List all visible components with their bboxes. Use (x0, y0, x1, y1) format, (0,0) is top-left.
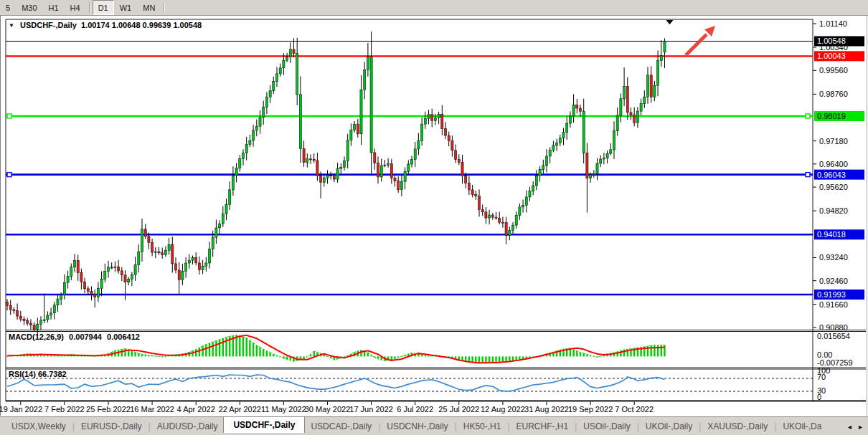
price-tick-label: 0.94820 (819, 206, 848, 215)
candle-body (53, 305, 55, 313)
price-tick-label: 1.01140 (819, 19, 847, 28)
candle-body (495, 217, 497, 218)
date-axis-label: 22 Apr 2022 (219, 405, 261, 414)
candle-body (107, 267, 109, 272)
rsi-label-text: RSI(14) 66.7382 (9, 370, 67, 378)
candle-body (616, 115, 618, 131)
macd-histogram-bar (259, 347, 260, 356)
macd-histogram-bar (219, 340, 220, 357)
candle-body (110, 267, 113, 268)
candle-body (489, 215, 491, 218)
collapse-icon[interactable]: ▼ (9, 22, 14, 29)
candle-body (424, 118, 426, 124)
candle-body (626, 86, 628, 113)
line-handle[interactable] (7, 114, 11, 118)
history-end-marker (666, 20, 674, 24)
candle-body (43, 320, 45, 320)
macd-histogram-bar (475, 356, 476, 362)
candle-body (491, 215, 494, 217)
candle-body (229, 190, 231, 204)
candle-body (131, 274, 133, 279)
macd-histogram-bar (121, 349, 123, 356)
candle-body (299, 95, 301, 149)
macd-histogram-bar (205, 344, 207, 356)
price-badge-label: 1.00548 (817, 37, 846, 45)
macd-histogram-bar (485, 356, 486, 362)
line-handle[interactable] (7, 173, 11, 177)
candle-body (610, 150, 612, 153)
candle-body (542, 166, 544, 169)
candle-body (124, 275, 126, 282)
candle-body (397, 181, 400, 190)
candle-body (549, 150, 551, 156)
macd-axis-label: -0.007259 (817, 358, 853, 367)
trend-arrow-shaft[interactable] (686, 34, 707, 55)
macd-histogram-bar (239, 336, 240, 357)
macd-histogram-bar (471, 356, 473, 362)
candle-body (313, 159, 315, 161)
macd-histogram-bar (583, 353, 585, 357)
candle-body (336, 168, 339, 179)
price-tick-label: 0.91660 (819, 300, 848, 309)
candle-body (660, 55, 662, 60)
candle-body (600, 159, 602, 163)
candle-body (646, 75, 648, 97)
price-tick-label: 0.97180 (819, 137, 848, 145)
macd-histogram-bar (326, 356, 328, 357)
macd-histogram-bar (495, 356, 496, 362)
candle-body (77, 261, 79, 273)
chart-title: ▼ USDCHF-,Daily 1.00174 1.00648 0.99639 … (9, 21, 202, 29)
candle-body (19, 316, 22, 319)
candle-body (499, 218, 501, 222)
candle-body (37, 324, 39, 329)
candle-body (384, 165, 386, 166)
candle-body (249, 140, 251, 144)
rsi-axis-label: 0 (817, 393, 821, 401)
candle-body (283, 60, 285, 68)
candle-body (650, 75, 652, 97)
candle-body (202, 267, 204, 270)
candle-body (212, 237, 214, 249)
candle-body (458, 159, 460, 162)
candle-body (623, 86, 626, 98)
candle-body (354, 124, 356, 130)
candle-body (475, 194, 477, 196)
candle-body (279, 68, 281, 74)
macd-histogram-bar (499, 356, 500, 362)
line-handle[interactable] (806, 173, 810, 177)
candle-body (421, 124, 423, 140)
candle-body (235, 168, 237, 176)
candle-body (590, 175, 592, 178)
macd-histogram-bar (654, 345, 655, 356)
candle-body (330, 176, 332, 176)
macd-histogram-bar (580, 352, 581, 356)
candle-body (148, 236, 150, 243)
candle-body (613, 131, 615, 150)
candle-body (242, 153, 244, 159)
candle-body (198, 263, 200, 270)
macd-histogram-bar (57, 355, 58, 356)
candle-body (293, 49, 295, 54)
candle-body (552, 145, 555, 150)
candle-body (164, 250, 166, 254)
date-axis-label: 4 Apr 2022 (177, 405, 215, 414)
macd-histogram-bar (263, 349, 264, 356)
macd-histogram-bar (505, 356, 506, 361)
candle-body (579, 108, 581, 111)
candle-body (323, 178, 325, 182)
candle-body (471, 190, 473, 195)
candle-body (404, 171, 406, 181)
candle-body (118, 267, 120, 271)
macd-histogram-bar (576, 351, 577, 357)
date-axis-label: 6 Jul 2022 (397, 405, 433, 414)
candle-body (168, 244, 170, 250)
candle-body (128, 279, 130, 282)
candle-body (364, 70, 366, 90)
macd-histogram-bar (572, 350, 574, 357)
candle-body (350, 130, 352, 140)
candle-body (633, 115, 636, 123)
candle-body (97, 288, 99, 297)
candle-body (562, 133, 565, 138)
candle-body (340, 167, 342, 168)
line-handle[interactable] (806, 114, 810, 118)
